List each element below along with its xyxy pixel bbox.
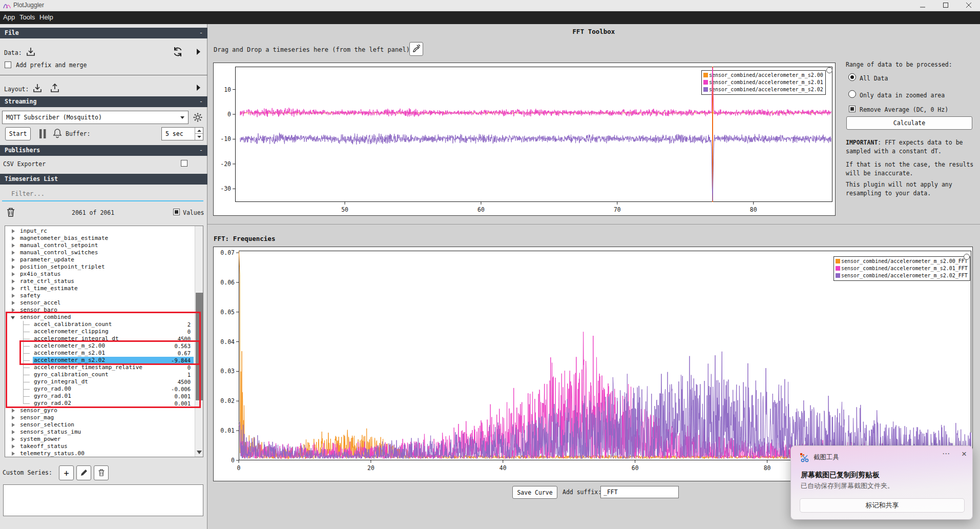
tree-expand-icon[interactable]	[12, 279, 15, 283]
tree-item[interactable]: gyro_integral_dt4500	[5, 378, 203, 385]
tree-item[interactable]: sensor_selection	[5, 421, 203, 429]
collapse-streaming-icon[interactable]: -	[199, 96, 203, 107]
tree-collapse-icon[interactable]	[11, 316, 15, 319]
menu-help[interactable]: Help	[39, 13, 53, 21]
timeseries-section-header[interactable]: Timeseries List	[0, 174, 207, 185]
tree-expand-icon[interactable]	[12, 265, 15, 269]
clear-timeseries-trash-icon[interactable]	[6, 207, 15, 217]
tree-expand-icon[interactable]	[12, 229, 15, 233]
legend-entry[interactable]: sensor_combined/accelerometer_m_s2.01	[703, 79, 823, 86]
tree-item[interactable]: system_power	[5, 436, 203, 443]
spinbox-arrows-icon[interactable]	[195, 128, 203, 140]
maximize-button[interactable]	[935, 0, 956, 11]
tree-item[interactable]: rate_ctrl_status	[5, 278, 203, 285]
streaming-settings-gear-icon[interactable]	[193, 112, 203, 123]
streaming-section-header[interactable]: Streaming -	[0, 96, 207, 107]
tree-item[interactable]: accelerometer_m_s2.010.67	[5, 350, 203, 357]
tree-item[interactable]: px4io_status	[5, 271, 203, 278]
load-layout-icon[interactable]	[32, 83, 43, 93]
legend-entry[interactable]: sensor_combined/accelerometer_m_s2.00	[703, 72, 823, 79]
popup-markup-share-button[interactable]: 标记和共享	[800, 498, 965, 513]
tree-item[interactable]: manual_control_setpoint	[5, 242, 203, 249]
tree-expand-icon[interactable]	[12, 437, 15, 441]
tree-scroll-down-icon[interactable]	[197, 451, 202, 454]
tree-item[interactable]: accel_calibration_count2	[5, 321, 203, 328]
tree-item[interactable]: input_rc	[5, 228, 203, 235]
delete-custom-series-button[interactable]	[94, 465, 109, 480]
load-data-icon[interactable]	[26, 47, 36, 57]
csv-exporter-checkbox[interactable]	[181, 160, 187, 167]
tree-item[interactable]: gyro_rad.010.001	[5, 393, 203, 400]
timeseries-plot[interactable]: sensor_combined/accelerometer_m_s2.00sen…	[213, 63, 836, 216]
tree-scrollbar-thumb[interactable]	[196, 293, 203, 400]
buffer-spinbox[interactable]: 5 sec	[161, 127, 203, 140]
close-button[interactable]	[958, 0, 979, 11]
tree-expand-icon[interactable]	[12, 444, 15, 449]
tree-expand-icon[interactable]	[12, 416, 15, 420]
collapse-file-icon[interactable]: -	[199, 28, 203, 38]
add-prefix-merge-checkbox[interactable]	[5, 62, 11, 68]
tree-expand-icon[interactable]	[12, 236, 15, 240]
tree-item[interactable]: sensor_accel	[5, 299, 203, 307]
values-checkbox[interactable]	[173, 209, 180, 215]
tree-item[interactable]: magnetometer_bias_estimate	[5, 235, 203, 242]
tree-scrollbar[interactable]	[195, 226, 203, 457]
legend-entry[interactable]: sensor_combined/accelerometer_m_s2.02_FF…	[836, 272, 968, 279]
collapse-publishers-icon[interactable]: -	[199, 145, 203, 156]
tree-expand-icon[interactable]	[12, 308, 15, 312]
tree-item[interactable]: telemetry_status.00	[5, 450, 203, 457]
tree-item[interactable]: gyro_calibration_count1	[5, 371, 203, 378]
tree-expand-icon[interactable]	[12, 430, 15, 434]
legend-entry[interactable]: sensor_combined/accelerometer_m_s2.00_FF…	[836, 258, 968, 265]
menu-app[interactable]: App	[3, 13, 15, 21]
all-data-radio[interactable]	[848, 73, 856, 81]
tree-item[interactable]: accelerometer_m_s2.000.563	[5, 342, 203, 350]
tree-item[interactable]: gyro_rad.020.001	[5, 400, 203, 407]
fft-plot-menu-circle-button[interactable]	[964, 254, 970, 260]
legend-entry[interactable]: sensor_combined/accelerometer_m_s2.02	[703, 86, 823, 93]
snipping-tool-notification[interactable]: 截图工具 ⋯ × 屏幕截图已复制到剪贴板 已自动保存到屏幕截图文件夹。 标记和共…	[790, 445, 973, 520]
legend-entry[interactable]: sensor_combined/accelerometer_m_s2.01_FF…	[836, 265, 968, 272]
tree-expand-icon[interactable]	[12, 251, 15, 255]
tree-item[interactable]: manual_control_switches	[5, 249, 203, 256]
remove-average-checkbox[interactable]	[849, 106, 856, 112]
add-custom-series-button[interactable]: +	[59, 465, 74, 480]
tree-expand-icon[interactable]	[12, 272, 15, 276]
notifications-bell-icon[interactable]	[52, 128, 62, 138]
tree-item[interactable]: sensor_mag	[5, 414, 203, 421]
tree-expand-icon[interactable]	[12, 258, 15, 262]
tree-expand-icon[interactable]	[12, 452, 15, 456]
save-curve-button[interactable]: Save Curve	[512, 486, 557, 499]
tree-expand-icon[interactable]	[12, 301, 15, 305]
tree-item[interactable]: accelerometer_clipping0	[5, 328, 203, 335]
timeseries-tree[interactable]: input_rcmagnetometer_bias_estimatemanual…	[5, 226, 203, 457]
tree-item[interactable]: rtl_time_estimate	[5, 285, 203, 292]
minimize-button[interactable]	[912, 0, 933, 11]
tree-expand-icon[interactable]	[12, 243, 15, 248]
edit-custom-series-button[interactable]	[76, 465, 91, 480]
tree-item[interactable]: parameter_update	[5, 256, 203, 263]
tree-expand-icon[interactable]	[12, 287, 15, 291]
publishers-section-header[interactable]: Publishers -	[0, 145, 207, 156]
popup-more-button[interactable]: ⋯	[942, 449, 950, 458]
calculate-button[interactable]: Calculate	[846, 116, 972, 130]
tree-expand-icon[interactable]	[12, 294, 15, 298]
streaming-source-combobox[interactable]: MQTT Subscriber (Mosquitto)	[2, 111, 189, 124]
plot-menu-circle-button[interactable]	[826, 67, 832, 73]
file-section-header[interactable]: File -	[0, 28, 207, 38]
tree-item[interactable]: accelerometer_timestamp_relative0	[5, 364, 203, 371]
start-streaming-button[interactable]: Start	[5, 127, 31, 140]
tree-item[interactable]: accelerometer_m_s2.02-9.844	[5, 357, 203, 364]
layout-expand-arrow-icon[interactable]	[197, 85, 200, 91]
data-expand-arrow-icon[interactable]	[197, 49, 200, 55]
custom-series-editor[interactable]	[3, 484, 203, 516]
tree-item[interactable]: sensor_combined	[5, 314, 203, 321]
tree-item[interactable]: sensor_gyro	[5, 407, 203, 414]
reload-data-icon[interactable]	[172, 46, 183, 57]
tree-item[interactable]: gyro_rad.00-0.006	[5, 385, 203, 393]
tree-item[interactable]: safety	[5, 292, 203, 299]
tree-item[interactable]: sensors_status_imu	[5, 429, 203, 436]
zoomed-area-radio[interactable]	[848, 90, 856, 98]
tree-expand-icon[interactable]	[12, 423, 15, 427]
clear-curves-button[interactable]	[409, 42, 423, 56]
